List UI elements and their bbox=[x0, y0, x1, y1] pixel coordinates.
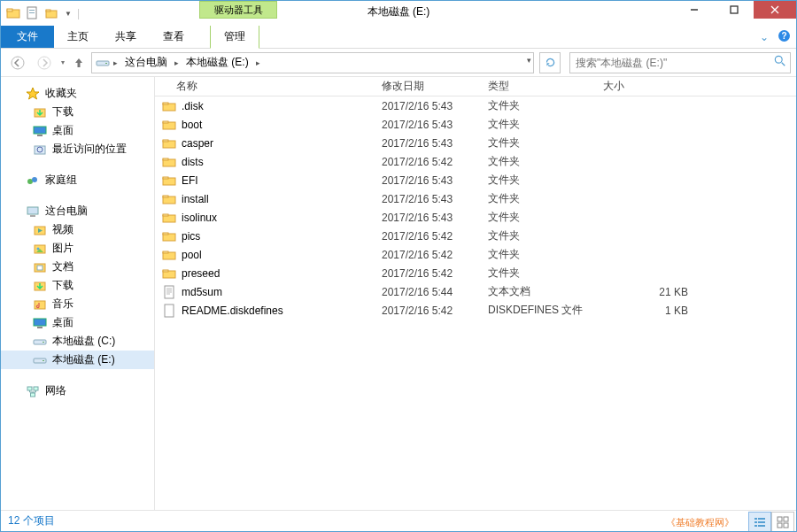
file-size: 1 KB bbox=[603, 305, 709, 317]
tab-home[interactable]: 主页 bbox=[54, 26, 102, 48]
tree-recent[interactable]: 最近访问的位置 bbox=[1, 140, 154, 158]
drive-tools-tab[interactable]: 驱动器工具 bbox=[199, 1, 277, 19]
col-date[interactable]: 修改日期 bbox=[382, 79, 488, 94]
col-size[interactable]: 大小 bbox=[603, 79, 709, 94]
tree-label: 家庭组 bbox=[45, 173, 77, 188]
svg-rect-4 bbox=[29, 12, 35, 13]
body: 收藏夹 下载 桌面 最近访问的位置 bbox=[1, 77, 796, 510]
tree-drive-e[interactable]: 本地磁盘 (E:) bbox=[1, 351, 154, 369]
tree-computer[interactable]: 这台电脑 bbox=[1, 202, 154, 220]
tree-videos[interactable]: 视频 bbox=[1, 220, 154, 239]
file-row[interactable]: .disk2017/2/16 5:43文件夹 bbox=[155, 96, 796, 115]
svg-rect-71 bbox=[758, 518, 765, 520]
file-row[interactable]: isolinux2017/2/16 5:43文件夹 bbox=[155, 208, 796, 227]
tree-desktop2[interactable]: 桌面 bbox=[1, 313, 154, 332]
svg-rect-55 bbox=[163, 196, 168, 197]
refresh-button[interactable] bbox=[539, 52, 561, 73]
new-folder-icon[interactable] bbox=[45, 6, 59, 20]
navbar: ▾ ▸ 这台电脑 ▸ 本地磁盘 (E:) ▸ ▾ bbox=[1, 49, 796, 77]
breadcrumb-dropdown-icon[interactable]: ▾ bbox=[527, 56, 531, 65]
col-name[interactable]: 名称 bbox=[162, 79, 382, 94]
back-button[interactable] bbox=[6, 51, 29, 74]
tab-share[interactable]: 共享 bbox=[102, 26, 150, 48]
search-input[interactable] bbox=[574, 56, 786, 70]
download-icon bbox=[33, 105, 47, 120]
file-type: 文件夹 bbox=[488, 135, 603, 150]
properties-icon[interactable] bbox=[26, 6, 40, 20]
file-row[interactable]: casper2017/2/16 5:43文件夹 bbox=[155, 134, 796, 152]
svg-rect-73 bbox=[758, 521, 765, 523]
tree-label: 本地磁盘 (C:) bbox=[52, 334, 115, 349]
breadcrumb-location[interactable]: 本地磁盘 (E:) bbox=[182, 55, 252, 70]
tab-file[interactable]: 文件 bbox=[1, 26, 54, 48]
chevron-right-icon[interactable]: ▸ bbox=[173, 58, 181, 67]
breadcrumb[interactable]: ▸ 这台电脑 ▸ 本地磁盘 (E:) ▸ ▾ bbox=[91, 52, 534, 73]
tree-drive-c[interactable]: 本地磁盘 (C:) bbox=[1, 332, 154, 351]
svg-rect-51 bbox=[163, 158, 168, 160]
minimize-button[interactable] bbox=[674, 1, 714, 19]
file-row[interactable]: boot2017/2/16 5:43文件夹 bbox=[155, 115, 796, 134]
star-icon bbox=[26, 87, 40, 101]
file-date: 2017/2/16 5:44 bbox=[382, 286, 488, 298]
tree-network[interactable]: 网络 bbox=[1, 382, 154, 400]
file-row[interactable]: md5sum2017/2/16 5:44文本文档21 KB bbox=[155, 282, 796, 301]
file-name: boot bbox=[182, 119, 202, 131]
file-date: 2017/2/16 5:43 bbox=[382, 174, 488, 187]
tree-desktop[interactable]: 桌面 bbox=[1, 121, 154, 140]
file-name: pics bbox=[182, 230, 200, 243]
svg-rect-40 bbox=[43, 360, 44, 361]
tab-manage[interactable]: 管理 bbox=[210, 26, 259, 49]
svg-rect-43 bbox=[31, 393, 35, 397]
search-box[interactable] bbox=[569, 52, 791, 73]
download-icon bbox=[33, 279, 47, 293]
search-icon[interactable] bbox=[774, 55, 786, 70]
file-type: 文件夹 bbox=[488, 191, 603, 206]
tree-homegroup[interactable]: 家庭组 bbox=[1, 171, 154, 189]
recent-icon bbox=[33, 143, 47, 157]
file-row[interactable]: pics2017/2/16 5:42文件夹 bbox=[155, 227, 796, 245]
col-type[interactable]: 类型 bbox=[488, 79, 603, 94]
file-row[interactable]: README.diskdefines2017/2/16 5:42DISKDEFI… bbox=[155, 301, 796, 320]
tree-favorites[interactable]: 收藏夹 bbox=[1, 84, 154, 103]
file-name: isolinux bbox=[182, 212, 217, 224]
folder-icon bbox=[162, 118, 176, 132]
folder-icon bbox=[162, 192, 176, 206]
svg-rect-77 bbox=[784, 517, 788, 521]
tree-label: 本地磁盘 (E:) bbox=[52, 352, 115, 367]
close-button[interactable] bbox=[754, 1, 796, 19]
file-row[interactable]: EFI2017/2/16 5:43文件夹 bbox=[155, 171, 796, 189]
file-type: 文件夹 bbox=[488, 247, 603, 262]
history-dropdown-icon[interactable]: ▾ bbox=[59, 58, 66, 66]
tree-label: 音乐 bbox=[52, 297, 74, 312]
file-type: 文件夹 bbox=[488, 228, 603, 243]
expand-ribbon-icon[interactable]: ⌄ bbox=[760, 31, 769, 43]
view-icons-button[interactable] bbox=[771, 512, 794, 531]
file-name: preseed bbox=[182, 267, 220, 280]
tree-music[interactable]: 音乐 bbox=[1, 295, 154, 313]
folder-icon bbox=[162, 248, 176, 262]
file-row[interactable]: install2017/2/16 5:43文件夹 bbox=[155, 189, 796, 208]
help-icon[interactable]: ? bbox=[778, 29, 791, 45]
file-row[interactable]: preseed2017/2/16 5:42文件夹 bbox=[155, 264, 796, 282]
up-button[interactable] bbox=[70, 51, 88, 74]
file-row[interactable]: pool2017/2/16 5:42文件夹 bbox=[155, 245, 796, 264]
view-details-button[interactable] bbox=[748, 512, 771, 531]
tree-pictures[interactable]: 图片 bbox=[1, 239, 154, 258]
qat-dropdown-icon[interactable]: ▼ bbox=[65, 10, 72, 18]
file-name: install bbox=[182, 193, 209, 205]
maximize-button[interactable] bbox=[714, 1, 754, 19]
desktop-icon bbox=[33, 316, 47, 330]
svg-point-13 bbox=[12, 57, 24, 69]
nav-tree[interactable]: 收藏夹 下载 桌面 最近访问的位置 bbox=[1, 77, 155, 510]
tree-downloads[interactable]: 下载 bbox=[1, 103, 154, 121]
tree-downloads2[interactable]: 下载 bbox=[1, 276, 154, 295]
file-row[interactable]: dists2017/2/16 5:42文件夹 bbox=[155, 152, 796, 171]
breadcrumb-computer[interactable]: 这台电脑 bbox=[121, 55, 171, 70]
tab-view[interactable]: 查看 bbox=[150, 26, 197, 48]
tree-documents[interactable]: 文档 bbox=[1, 258, 154, 276]
forward-button[interactable] bbox=[33, 51, 56, 74]
svg-rect-20 bbox=[34, 127, 46, 134]
column-headers[interactable]: 名称 修改日期 类型 大小 bbox=[155, 77, 796, 96]
chevron-right-icon[interactable]: ▸ bbox=[254, 58, 262, 67]
chevron-right-icon[interactable]: ▸ bbox=[112, 58, 120, 67]
